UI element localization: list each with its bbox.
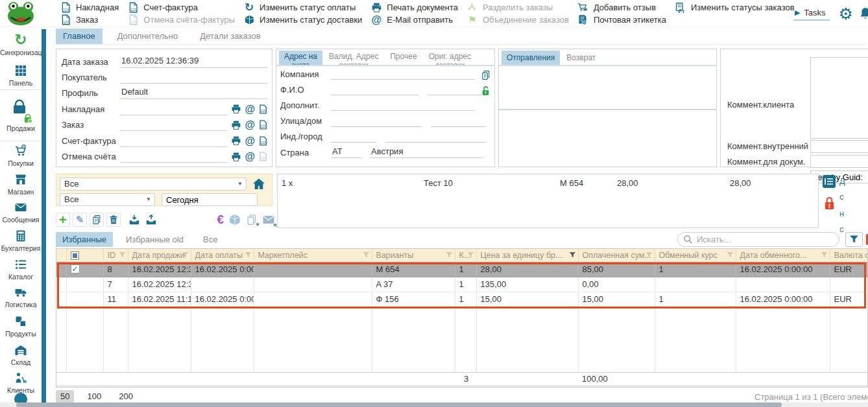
funnel-icon[interactable] [645, 251, 653, 259]
settings-gear-icon[interactable]: ⚙ [839, 6, 853, 22]
tab-shipments[interactable]: Отправления [501, 51, 560, 66]
profile-field[interactable]: Default [120, 87, 268, 99]
buyer-field[interactable] [120, 71, 268, 84]
page-size-50[interactable]: 50 [56, 390, 74, 402]
client-comment-textarea[interactable] [810, 57, 868, 139]
doc-123-icon[interactable]: 123 [258, 120, 268, 130]
table-row[interactable]: 716.02.2025 12:36:14A 371135,000,00 [56, 277, 868, 292]
doc-123-icon[interactable]: 123 [258, 136, 268, 146]
order-button[interactable]: 123 Заказ [60, 14, 119, 26]
table-row[interactable]: ✓ 816.02.2025 12:36:3916.02.2025 0:00:00… [56, 262, 868, 277]
shipping-label-button[interactable]: Почтовая этикетка [577, 14, 666, 26]
country-name-field[interactable]: Австрия [370, 146, 483, 158]
col-paid-sum[interactable]: Оплаченная сум... [578, 249, 655, 262]
tab-billing-address[interactable]: Адрес насчете [279, 51, 322, 66]
funnel-icon[interactable] [245, 251, 252, 259]
funnel-icon[interactable] [119, 251, 126, 259]
street-field[interactable] [331, 115, 422, 127]
horizontal-scrollbar[interactable] [0, 402, 868, 407]
scrollbar-thumb[interactable] [16, 402, 782, 407]
col-variants[interactable]: Варианты [372, 249, 455, 262]
filter-funnel-button[interactable] [845, 232, 863, 247]
house-field[interactable] [431, 115, 486, 127]
tab-main[interactable]: Главное [56, 29, 102, 44]
change-order-statuses-button[interactable]: Изменить статусы заказов [675, 1, 795, 14]
email-icon[interactable]: @ [245, 152, 255, 161]
split-orders-button[interactable]: Разделить заказы [466, 1, 569, 14]
funnel-icon[interactable] [182, 251, 189, 259]
tab-return[interactable]: Возврат [561, 51, 601, 66]
tab-favorites[interactable]: Избранные [56, 232, 113, 247]
print-icon[interactable] [231, 135, 241, 146]
app-logo-frog[interactable] [5, 1, 36, 27]
sidebar-item-warehouse[interactable]: Склад [0, 341, 42, 369]
edit-button[interactable]: ✎ [73, 213, 87, 227]
sidebar-item-messages[interactable]: Сообщения [0, 199, 42, 226]
col-pay-date[interactable]: Дата оплаты [191, 249, 254, 262]
table-row[interactable]: 1116.02.2025 11:18:1816.02.2025 0:00:00Ф… [56, 292, 868, 307]
doc-star-icon[interactable]: ★ [246, 214, 258, 226]
delivery-note-field[interactable] [120, 103, 227, 115]
tab-all[interactable]: Все [197, 232, 224, 247]
package-light-icon[interactable] [228, 213, 241, 226]
zip-field[interactable] [331, 131, 376, 143]
first-name-field[interactable] [331, 84, 418, 95]
change-payment-status-button[interactable]: ↻ Изменить статус оплаты [243, 1, 362, 14]
email-icon[interactable]: @ [245, 104, 255, 114]
export-button[interactable] [144, 213, 158, 227]
city-field[interactable] [385, 131, 486, 143]
order-date-field[interactable]: 16.02.2025 12:36:39 [120, 56, 268, 68]
col-sale-date[interactable]: Дата продажи [128, 249, 191, 262]
funnel-icon[interactable] [363, 251, 370, 259]
sidebar-item-sync[interactable]: ↻ Синхронизация [0, 27, 42, 61]
print-icon[interactable] [231, 104, 241, 114]
page-size-100[interactable]: 100 [82, 390, 106, 402]
col-id[interactable]: ID [103, 249, 128, 262]
document-comment-input[interactable] [810, 155, 868, 168]
sidebar-item-purchases[interactable]: Покупки [0, 141, 42, 170]
funnel-icon[interactable] [821, 251, 828, 259]
send-email-button[interactable]: @ E-Mail отправить [370, 14, 458, 26]
sidebar-item-catalog[interactable]: Каталог [0, 255, 42, 283]
notifications-bell-icon[interactable] [858, 6, 868, 21]
sidebar-item-dashboard[interactable]: Панель [0, 61, 42, 89]
lock-red-icon[interactable] [823, 196, 836, 211]
sidebar-item-products[interactable]: Продукты [0, 312, 42, 341]
unlock-icon[interactable] [481, 86, 491, 96]
order-item-row[interactable]: 1 x Тест 10 M 654 28,00 28,00 [278, 174, 818, 190]
additional-field[interactable] [331, 99, 475, 111]
row-checkbox-checked[interactable]: ✓ [71, 264, 80, 273]
status-filter-select[interactable]: Все [60, 178, 247, 191]
mail-star-icon[interactable]: ★ [262, 213, 275, 226]
delete-button[interactable] [106, 213, 121, 227]
invoice-field[interactable] [120, 135, 227, 147]
invoice-button[interactable]: 123 Счет-фактура [127, 1, 235, 14]
print-icon[interactable] [231, 152, 241, 162]
period-input[interactable] [162, 193, 258, 206]
col-currency[interactable]: Валюта о [830, 249, 868, 262]
invoice-cancel-field[interactable] [120, 150, 227, 163]
funnel-active-icon[interactable] [569, 251, 576, 259]
change-delivery-status-button[interactable]: Изменить статус доставки [243, 14, 362, 26]
merge-orders-button[interactable]: ⚑ Объединение заказов [466, 14, 569, 26]
funnel-icon[interactable] [467, 251, 474, 259]
col-marketplace[interactable]: Маркетплейс [254, 249, 372, 262]
doc-list-icon[interactable] [823, 175, 836, 188]
home-icon[interactable] [252, 177, 266, 191]
print-document-button[interactable]: Печать документа [370, 1, 458, 14]
country-code-field[interactable]: AT [331, 146, 362, 158]
email-icon[interactable]: @ [245, 136, 255, 146]
delivery-note-button[interactable]: 123 Накладная [60, 1, 119, 14]
email-icon[interactable]: @ [245, 120, 255, 130]
select-all-checkbox[interactable] [71, 251, 79, 260]
add-review-button[interactable]: Добавить отзыв [577, 1, 666, 14]
tab-valid-address[interactable]: Валид. Адресдоставки [324, 51, 383, 66]
import-button[interactable] [127, 213, 141, 227]
tab-order-details[interactable]: Детали заказов [193, 29, 267, 44]
tab-other[interactable]: Прочее [385, 51, 422, 66]
col-qty[interactable]: К... [455, 249, 476, 262]
sidebar-item-logistics[interactable]: Логистика [0, 283, 42, 312]
tab-favorites-old[interactable]: Избранные old [119, 232, 190, 247]
order-field[interactable] [120, 119, 227, 131]
sidebar-item-shop[interactable]: Магазин [0, 170, 42, 199]
